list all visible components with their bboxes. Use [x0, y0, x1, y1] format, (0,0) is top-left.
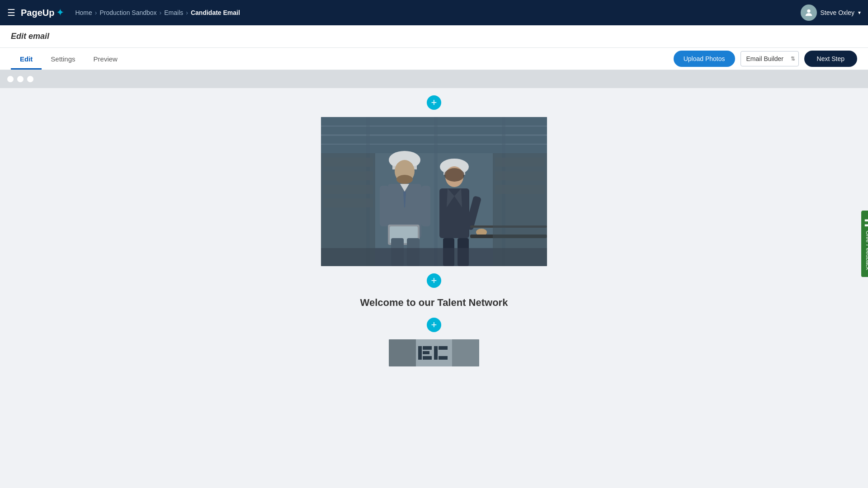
- svg-rect-50: [452, 339, 479, 366]
- user-name: Steve Oxley: [821, 9, 854, 16]
- breadcrumb-sep-2: ›: [160, 9, 162, 16]
- tab-preview[interactable]: Preview: [85, 48, 127, 70]
- email-builder-select[interactable]: Email Builder: [741, 51, 799, 66]
- strip-dot-1: [7, 76, 14, 82]
- logo-text: PageUp: [21, 8, 54, 18]
- svg-rect-57: [439, 356, 448, 360]
- main-content: +: [0, 88, 868, 488]
- upload-photos-button[interactable]: Upload Photos: [674, 51, 735, 67]
- image-placeholder: [321, 117, 547, 266]
- svg-rect-55: [434, 346, 438, 360]
- add-block-button-middle[interactable]: +: [427, 273, 441, 288]
- breadcrumb-env[interactable]: Production Sandbox: [100, 9, 157, 16]
- svg-point-0: [807, 9, 810, 13]
- breadcrumb-emails[interactable]: Emails: [164, 9, 183, 16]
- breadcrumb-sep-1: ›: [95, 9, 97, 16]
- chevron-down-icon[interactable]: ▾: [858, 9, 861, 16]
- page-header: Edit email: [0, 25, 868, 48]
- svg-rect-52: [423, 346, 432, 350]
- logo-symbol: ✦: [56, 7, 64, 19]
- svg-rect-54: [423, 356, 432, 360]
- page-title: Edit email: [11, 32, 857, 41]
- nav-right: Steve Oxley ▾: [801, 5, 861, 21]
- welcome-text-block[interactable]: Welcome to our Talent Network: [360, 297, 508, 309]
- svg-rect-46: [321, 117, 547, 266]
- feedback-label: Give Feedback: [865, 230, 868, 270]
- avatar: [801, 5, 817, 21]
- add-block-button-top[interactable]: +: [427, 95, 441, 110]
- strip-dot-2: [17, 76, 24, 82]
- breadcrumb: Home › Production Sandbox › Emails › Can…: [75, 9, 240, 16]
- breadcrumb-current: Candidate Email: [191, 9, 240, 16]
- content-area: +: [0, 88, 868, 380]
- toolbar: Upload Photos Email Builder Next Step: [674, 51, 857, 67]
- image-block[interactable]: [321, 117, 547, 266]
- partial-image-svg: [389, 339, 479, 366]
- hamburger-menu-icon[interactable]: ☰: [7, 7, 15, 18]
- top-navigation: ☰ PageUp ✦ Home › Production Sandbox › E…: [0, 0, 868, 25]
- feedback-icon: ❚❚: [865, 218, 868, 228]
- nav-left: ☰ PageUp ✦ Home › Production Sandbox › E…: [7, 7, 240, 19]
- give-feedback-tab[interactable]: ❚❚ Give Feedback: [861, 211, 868, 277]
- logo[interactable]: PageUp ✦: [21, 7, 64, 19]
- editor-strip: [0, 70, 868, 88]
- breadcrumb-sep-3: ›: [186, 9, 188, 16]
- partial-image-block[interactable]: [389, 339, 479, 366]
- tab-settings[interactable]: Settings: [42, 48, 84, 70]
- tab-edit[interactable]: Edit: [11, 48, 42, 70]
- svg-rect-53: [423, 351, 429, 354]
- strip-dot-3: [27, 76, 33, 82]
- svg-rect-48: [389, 339, 416, 366]
- tab-list: Edit Settings Preview: [11, 48, 127, 70]
- svg-rect-51: [418, 346, 422, 360]
- email-builder-select-wrapper: Email Builder: [741, 51, 799, 66]
- add-block-button-bottom[interactable]: +: [427, 318, 441, 332]
- next-step-button[interactable]: Next Step: [804, 51, 857, 67]
- image-svg: [321, 117, 547, 266]
- svg-rect-56: [439, 346, 448, 350]
- breadcrumb-home[interactable]: Home: [75, 9, 92, 16]
- tabs-toolbar: Edit Settings Preview Upload Photos Emai…: [0, 48, 868, 70]
